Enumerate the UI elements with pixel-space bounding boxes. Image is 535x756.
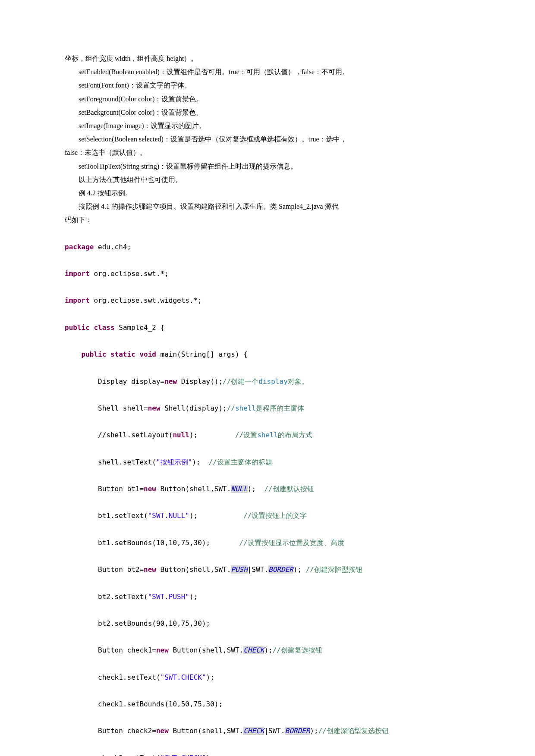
comment: //创建深陷型按钮	[306, 565, 362, 574]
constant: BORDER	[268, 565, 293, 574]
paragraph: 码如下：	[65, 213, 470, 226]
paragraph: false：未选中（默认值）。	[65, 146, 470, 159]
code-text: Sample4_2 {	[115, 323, 165, 332]
code-text: Button check2=	[65, 727, 156, 735]
code-line: Button check2=new Button(shell,SWT.CHECK…	[65, 724, 470, 737]
code-text: Button(shell,SWT.	[169, 727, 243, 735]
keyword-import: import	[65, 270, 90, 278]
code-line: Button bt1=new Button(shell,SWT.NULL); /…	[65, 482, 470, 496]
code-text: Button check1=	[65, 646, 156, 654]
code-text: //shell.setLayout(	[65, 431, 173, 439]
keyword-public: public	[82, 350, 107, 358]
paragraph: setImage(Image image)：设置显示的图片。	[65, 119, 470, 132]
code-text: Shell shell=	[65, 404, 148, 412]
constant: CHECK	[243, 727, 264, 735]
code-block: package edu.ch4; import org.eclipse.swt.…	[65, 226, 470, 756]
comment: //设置按钮上的文字	[243, 511, 307, 520]
keyword-new: new	[144, 485, 156, 493]
code-line: check2.setText("SWT.CHECK");	[65, 751, 470, 756]
comment: //	[227, 404, 235, 412]
code-line: bt2.setBounds(90,10,75,30);	[65, 617, 470, 630]
code-text: Shell(display);	[160, 404, 227, 412]
comment: 的布局方式	[278, 431, 312, 439]
code-line: public static void main(String[] args) {	[65, 348, 470, 361]
code-text: );	[192, 458, 209, 466]
string-literal: "SWT.CHECK"	[160, 754, 206, 756]
code-text: check2.setText(	[65, 754, 160, 756]
code-text: Button bt1=	[65, 485, 144, 493]
prose-block: 坐标，组件宽度 width，组件高度 height）。 setEnabled(B…	[65, 52, 470, 226]
code-text: bt2.setBounds(90,10,75,30);	[65, 619, 210, 627]
code-line: Display display=new Display();//创建一个disp…	[65, 375, 470, 388]
keyword-static: static	[110, 350, 135, 358]
paragraph: setFont(Font font)：设置文字的字体。	[65, 78, 470, 92]
keyword-package: package	[65, 243, 94, 251]
paragraph: setForeground(Color color)：设置前景色。	[65, 92, 470, 106]
comment: //设置按钮显示位置及宽度、高度	[239, 539, 344, 547]
code-text: |	[248, 565, 252, 574]
code-text: check1.setBounds(10,50,75,30);	[65, 700, 223, 708]
literal-null: null	[173, 431, 189, 439]
code-line: Button check1=new Button(shell,SWT.CHECK…	[65, 643, 470, 657]
constant: PUSH	[231, 565, 248, 574]
keyword-new: new	[164, 377, 177, 386]
paragraph: 按照例 4.1 的操作步骤建立项目、设置构建路径和引入原生库。类 Sample4…	[65, 200, 470, 213]
keyword-new: new	[156, 646, 169, 654]
comment: //设置主窗体的标题	[209, 458, 272, 466]
code-line: public class Sample4_2 {	[65, 321, 470, 334]
code-line: bt1.setText("SWT.NULL"); //设置按钮上的文字	[65, 509, 470, 522]
code-line: Shell shell=new Shell(display);//shell是程…	[65, 402, 470, 415]
code-text: Display display=	[65, 377, 164, 386]
comment: display	[258, 377, 287, 386]
string-literal: "SWT.NULL"	[148, 511, 189, 520]
paragraph: setEnabled(Boolean enabled)：设置组件是否可用。tru…	[65, 65, 470, 78]
constant: NULL	[231, 485, 248, 493]
paragraph: 以上方法在其他组件中也可使用。	[65, 173, 470, 186]
paragraph: setSelection(Boolean selected)：设置是否选中（仅对…	[65, 132, 470, 146]
code-text: SWT.	[252, 565, 269, 574]
comment: //创建默认按钮	[264, 485, 314, 493]
paragraph: 例 4.2 按钮示例。	[65, 186, 470, 200]
code-text: Button bt2=	[65, 565, 144, 574]
comment: //创建深陷型复选按钮	[318, 727, 389, 735]
code-text: );	[189, 593, 198, 601]
code-line: check1.setText("SWT.CHECK");	[65, 671, 470, 684]
keyword-import: import	[65, 296, 90, 304]
comment: shell	[235, 404, 256, 412]
code-line: bt2.setText("SWT.PUSH");	[65, 590, 470, 603]
constant: CHECK	[243, 646, 264, 654]
keyword-void: void	[139, 350, 156, 358]
code-text: bt1.setText(	[65, 511, 148, 520]
comment: shell	[257, 431, 278, 439]
code-text: );	[293, 565, 306, 574]
constant: BORDER	[285, 727, 310, 735]
comment: //创建复选按钮	[273, 646, 322, 654]
paragraph: setBackgrount(Color color)：设置背景色。	[65, 106, 470, 119]
code-text: Display();	[177, 377, 223, 386]
document-page: 坐标，组件宽度 width，组件高度 height）。 setEnabled(B…	[0, 0, 535, 756]
code-text: );	[189, 511, 243, 520]
code-text: Button(shell,SWT.	[156, 565, 231, 574]
code-text: edu.ch4;	[94, 243, 131, 251]
code-line: Button bt2=new Button(shell,SWT.PUSH|SWT…	[65, 563, 470, 576]
code-text: );	[189, 431, 235, 439]
string-literal: "按钮示例"	[156, 458, 192, 466]
code-text: main(String[] args) {	[156, 350, 248, 358]
keyword-new: new	[144, 565, 156, 574]
paragraph: setToolTipText(String string)：设置鼠标停留在组件上…	[65, 160, 470, 173]
code-text: Button(shell,SWT.	[156, 485, 231, 493]
keyword-class: class	[94, 323, 114, 332]
keyword-new: new	[148, 404, 160, 412]
comment: //设置	[235, 431, 257, 439]
code-line: package edu.ch4;	[65, 240, 470, 254]
code-line: bt1.setBounds(10,10,75,30); //设置按钮显示位置及宽…	[65, 536, 470, 549]
code-text: bt1.setBounds(10,10,75,30);	[65, 539, 239, 547]
keyword-public: public	[65, 323, 90, 332]
comment: 是程序的主窗体	[256, 404, 304, 412]
code-text: Button(shell,SWT.	[169, 646, 243, 654]
code-line: import org.eclipse.swt.widgets.*;	[65, 294, 470, 307]
code-text: SWT.	[268, 727, 285, 735]
code-text: shell.setText(	[65, 458, 156, 466]
comment: //创建一个	[223, 377, 258, 386]
comment: 对象。	[288, 377, 308, 386]
